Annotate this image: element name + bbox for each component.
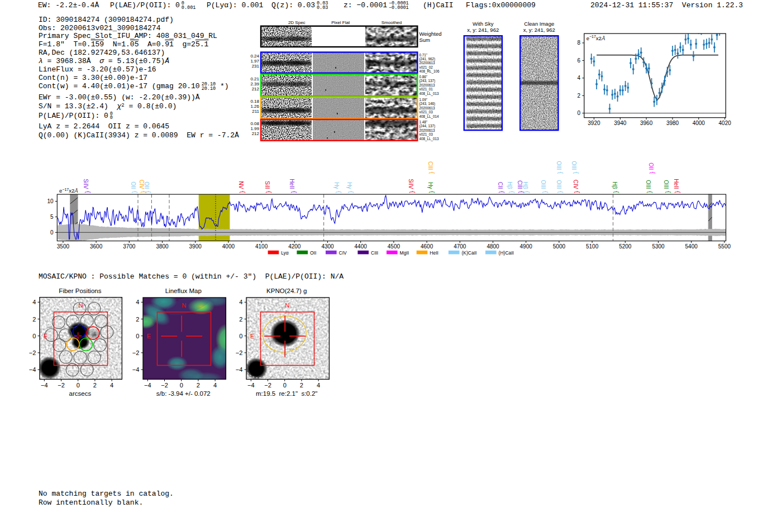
svg-text:CIII: CIII [427,161,433,170]
svg-text:211: 211 [252,109,259,114]
svg-text:2: 2 [136,316,139,323]
svg-text:10: 10 [47,198,54,204]
svg-text:{: { [291,191,298,193]
svg-text:x, y: 241, 962: x, y: 241, 962 [523,27,555,33]
svg-text:With Sky: With Sky [473,21,494,27]
svg-text:{: { [409,191,416,193]
svg-text:{: { [542,191,549,193]
svg-text:0.24: 0.24 [250,54,259,59]
svg-text:OIII: OIII [556,180,562,189]
svg-text:2: 2 [577,93,580,99]
svg-text:arcsecs: arcsecs [69,390,92,397]
svg-text:OIII: OIII [663,180,669,189]
svg-text:0: 0 [577,110,580,116]
svg-text:(H)CaII: (H)CaII [499,250,514,256]
svg-text:4700: 4700 [454,243,466,250]
svg-text:−4: −4 [132,366,140,373]
svg-text:{: { [509,191,516,193]
svg-text:−4: −4 [41,382,48,389]
svg-text:MgII: MgII [400,250,409,256]
svg-text:HeII: HeII [289,179,295,189]
svg-text:SiIV: SiIV [408,179,414,189]
svg-text:N: N [285,302,289,309]
svg-text:0.71": 0.71" [419,53,428,57]
svg-text:Smoothed: Smoothed [382,20,402,25]
svg-text:4400: 4400 [355,243,368,250]
svg-text:Clean Image: Clean Image [524,21,554,27]
svg-text:8: 8 [577,40,580,46]
svg-text:0.08: 0.08 [250,121,259,126]
svg-text:OII: OII [144,181,150,189]
svg-text:5200: 5200 [619,243,632,250]
svg-text:3800: 3800 [156,243,169,250]
svg-text:−2: −2 [161,382,168,389]
svg-text:1.26: 1.26 [250,104,259,109]
svg-text:e−17x2Å: e−17x2Å [59,188,78,194]
svg-text:OIII: OIII [645,180,651,189]
svg-text:6: 6 [577,57,580,64]
svg-text:OIII: OIII [540,180,546,189]
svg-text:Pixel Flat: Pixel Flat [331,20,350,25]
svg-text:4800: 4800 [487,243,499,250]
svg-text:HeII: HeII [673,179,679,189]
svg-text:4000: 4000 [693,120,705,126]
svg-text:4200: 4200 [288,243,301,250]
svg-text:{: { [665,191,672,193]
svg-text:4: 4 [32,299,36,305]
svg-text:s/b: -3.94 +/- 0.072: s/b: -3.94 +/- 0.072 [156,390,211,397]
svg-text:m:19.5 re:2.1" s:0.2": m:19.5 re:2.1" s:0.2" [256,390,317,397]
svg-text:3980: 3980 [666,120,679,126]
svg-text:3920: 3920 [588,120,600,126]
svg-text:1.48": 1.48" [419,120,428,124]
svg-text:CIV: CIV [573,180,579,189]
svg-text:−2: −2 [132,349,140,356]
svg-text:OII: OII [310,250,316,256]
svg-text:4300: 4300 [321,243,334,250]
svg-text:2: 2 [93,382,97,389]
svg-text:−2: −2 [29,349,36,356]
svg-text:Lyα: Lyα [281,250,289,256]
svg-text:4600: 4600 [421,243,433,250]
svg-text:CIII: CIII [371,250,378,256]
svg-text:{: { [240,191,246,193]
svg-text:{: { [85,191,92,193]
svg-text:0: 0 [136,333,139,339]
svg-text:408_LL_014: 408_LL_014 [419,114,440,119]
svg-text:CIII: CIII [517,180,523,189]
svg-text:3940: 3940 [614,120,627,126]
svg-text:Hβ: Hβ [522,182,528,189]
svg-text:408_LL_013: 408_LL_013 [419,92,440,96]
svg-text:−2: −2 [58,382,65,389]
svg-text:0.18: 0.18 [250,99,259,104]
svg-text:Fiber Positions: Fiber Positions [59,287,101,294]
svg-text:3600: 3600 [90,243,103,250]
svg-text:Hγ: Hγ [346,182,352,189]
svg-text:−2: −2 [236,349,243,356]
svg-text:Hβ: Hβ [612,182,618,189]
svg-text:N: N [182,302,186,309]
svg-text:4000: 4000 [222,243,235,250]
svg-text:{: { [613,191,620,193]
svg-text:2: 2 [300,382,303,389]
svg-text:4020: 4020 [719,120,732,126]
svg-text:2: 2 [197,382,200,389]
svg-text:1.97: 1.97 [250,59,259,64]
svg-text:20200613: 20200613 [419,61,436,65]
svg-text:−4: −4 [236,366,243,373]
svg-text:{: { [266,191,273,193]
svg-text:Sum: Sum [419,37,431,43]
svg-text:3500: 3500 [57,243,70,250]
svg-text:{: { [574,191,581,193]
svg-text:5400: 5400 [685,243,698,250]
svg-text:5000: 5000 [553,243,566,250]
svg-text:4: 4 [136,299,139,305]
svg-text:3700: 3700 [123,243,136,250]
svg-text:{: { [499,191,506,193]
svg-text:{: { [557,191,564,193]
svg-text:−2: −2 [264,382,271,389]
svg-text:5100: 5100 [586,243,599,250]
svg-text:0.21: 0.21 [250,76,259,82]
svg-text:4900: 4900 [520,243,533,250]
svg-text:{: { [348,191,355,193]
svg-text:{: { [647,191,654,193]
